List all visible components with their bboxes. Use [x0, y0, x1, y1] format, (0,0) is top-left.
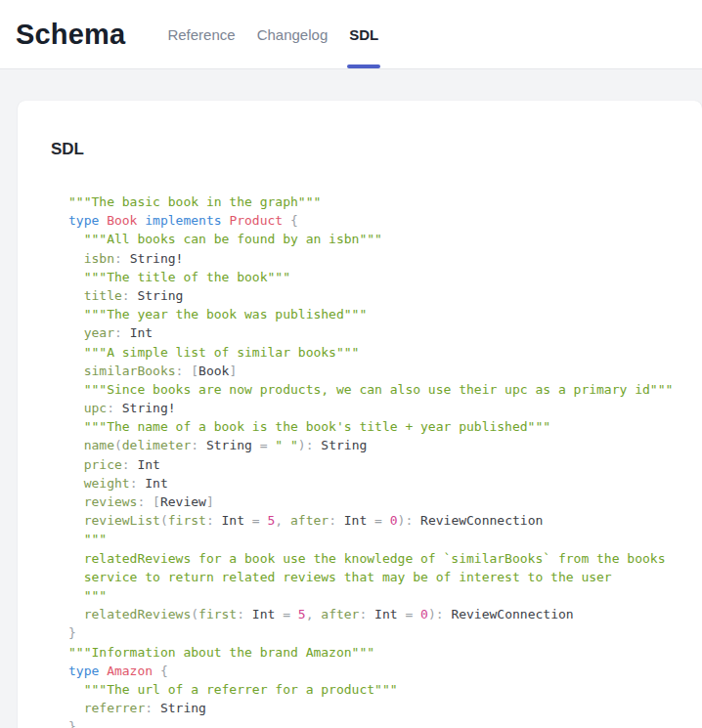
sdl-code: """The basic book in the graph"""type Bo…	[68, 193, 679, 728]
code-token: first	[198, 607, 237, 621]
code-token	[68, 570, 84, 584]
code-token: =	[275, 607, 297, 621]
code-token: Int	[222, 513, 244, 528]
code-token: weight	[68, 476, 130, 491]
code-token	[68, 307, 84, 321]
code-token: (	[114, 438, 122, 452]
code-token: String	[160, 701, 206, 715]
code-token: """The year the book was published"""	[84, 307, 368, 321]
code-line: """	[68, 530, 679, 548]
code-token: ]	[229, 364, 237, 378]
code-token: " "	[275, 438, 297, 452]
code-token: =	[252, 438, 275, 452]
code-token: Int	[137, 457, 159, 472]
code-token: Book	[198, 364, 229, 378]
code-token: service to return related reviews that m…	[84, 570, 612, 584]
code-token	[68, 588, 84, 603]
code-token: :	[114, 325, 130, 340]
tab-changelog[interactable]: Changelog	[246, 0, 339, 68]
code-token: =	[367, 513, 389, 528]
code-token: :	[329, 513, 344, 528]
code-line: name(delimeter: String = " "): String	[68, 436, 679, 454]
code-line: relatedReviews for a book use the knowle…	[68, 549, 679, 568]
code-token: :	[145, 701, 160, 715]
code-line: price: Int	[68, 455, 679, 474]
code-token: """The basic book in the graph"""	[68, 194, 321, 209]
code-token: String!	[130, 251, 184, 266]
code-token: :	[359, 607, 374, 621]
code-token: 0	[420, 607, 428, 621]
code-line: """All books can be found by an isbn"""	[68, 230, 679, 248]
code-token: """The url of a referrer for a product""…	[84, 682, 398, 697]
code-token: :	[130, 476, 146, 491]
code-token: price	[68, 457, 122, 472]
code-token: """Information about the brand Amazon"""	[68, 645, 374, 660]
code-line: reviewList(first: Int = 5, after: Int = …	[68, 511, 679, 530]
code-line: year: Int	[68, 323, 679, 342]
tab-bar: Reference Changelog SDL	[156, 0, 389, 68]
code-token: :	[107, 401, 122, 415]
tab-sdl-label: SDL	[349, 26, 378, 43]
code-line: """The basic book in the graph"""	[68, 193, 679, 211]
tab-reference-label: Reference	[167, 26, 235, 43]
code-token: relatedReviews for a book use the knowle…	[84, 551, 666, 566]
code-token	[68, 551, 84, 566]
tab-sdl[interactable]: SDL	[338, 0, 389, 68]
code-line: reviews: [Review]	[68, 492, 679, 511]
code-line: relatedReviews(first: Int = 5, after: In…	[68, 605, 679, 623]
code-token: }	[68, 719, 76, 728]
code-token: {	[283, 213, 298, 228]
code-token: Int	[130, 325, 153, 340]
code-token: ):	[398, 513, 420, 528]
code-token: :	[122, 288, 138, 303]
code-token: Book	[107, 213, 137, 228]
code-token: ):	[428, 607, 451, 621]
code-token: 5	[298, 607, 306, 621]
code-token: =	[244, 513, 267, 528]
code-token: """	[84, 532, 107, 546]
code-token: (	[160, 513, 168, 528]
code-token	[68, 232, 84, 246]
code-token: year	[68, 325, 114, 340]
code-line: """The title of the book"""	[68, 268, 679, 286]
code-token: first	[168, 513, 206, 528]
code-token: upc	[68, 401, 107, 415]
code-line: service to return related reviews that m…	[68, 568, 679, 586]
code-token	[68, 419, 84, 434]
code-token: : [	[137, 494, 159, 509]
code-token: :	[114, 251, 130, 266]
page-title: Schema	[16, 19, 125, 51]
code-token	[68, 270, 84, 284]
code-line: }	[68, 623, 679, 642]
code-token: String	[321, 438, 367, 452]
code-token: title	[68, 288, 122, 303]
code-token: String	[137, 288, 183, 303]
code-token: {	[153, 664, 168, 678]
code-token: ):	[298, 438, 321, 452]
code-token: ,	[306, 607, 322, 621]
sdl-heading: SDL	[51, 140, 679, 159]
code-token: ]	[206, 494, 214, 509]
code-line: """The url of a referrer for a product""…	[68, 680, 679, 699]
code-token: =	[398, 607, 420, 621]
code-line: title: String	[68, 286, 679, 305]
code-token: similarBooks	[68, 364, 176, 378]
code-token: reviews	[68, 494, 137, 509]
code-line: type Book implements Product {	[68, 211, 679, 230]
code-line: }	[68, 717, 679, 728]
main-content: SDL """The basic book in the graph"""typ…	[0, 69, 702, 728]
active-tab-indicator	[347, 64, 380, 68]
code-token: """A simple list of similar books"""	[84, 345, 360, 360]
code-token: :	[237, 607, 252, 621]
code-token: ReviewConnection	[420, 513, 543, 528]
code-token: :	[191, 438, 206, 452]
code-line: upc: String!	[68, 399, 679, 417]
code-token: """All books can be found by an isbn"""	[84, 232, 382, 246]
tab-changelog-label: Changelog	[257, 26, 329, 43]
tab-reference[interactable]: Reference	[156, 0, 245, 68]
code-token: referrer	[68, 701, 145, 715]
code-token: ReviewConnection	[451, 607, 573, 621]
sdl-card: SDL """The basic book in the graph"""typ…	[18, 101, 702, 728]
code-token	[68, 532, 84, 546]
code-token: delimeter	[122, 438, 191, 452]
